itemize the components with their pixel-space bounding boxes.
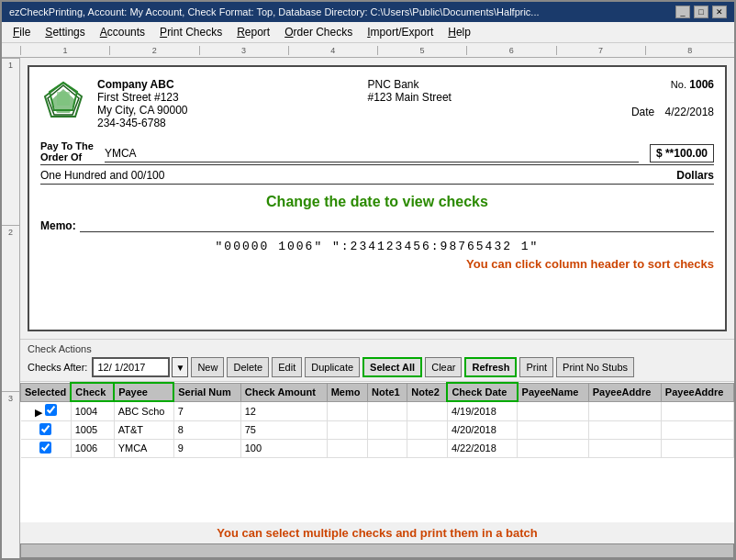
row3-checkbox[interactable] [39, 442, 51, 454]
table-row: 1006 YMCA 9 100 4/22/2018 [21, 439, 734, 457]
row2-payeename [518, 420, 589, 439]
date-value: 4/22/2018 [665, 106, 714, 118]
row2-payee: AT&T [114, 420, 173, 439]
col-note1[interactable]: Note1 [368, 383, 407, 401]
col-payee[interactable]: Payee [114, 383, 173, 401]
col-memo[interactable]: Memo [327, 383, 367, 401]
row1-serial: 7 [173, 401, 240, 420]
top-ruler: 1 2 3 4 5 6 7 8 [2, 43, 734, 58]
row2-amount: 75 [240, 420, 327, 439]
row2-checkbox-cell [21, 420, 72, 439]
row1-note2 [407, 401, 448, 420]
minimize-button[interactable]: _ [675, 6, 690, 18]
row2-date: 4/20/2018 [447, 420, 517, 439]
scrollbar-area [20, 543, 734, 558]
amount-sign: $ [656, 147, 663, 160]
col-payee-name[interactable]: PayeeName [518, 383, 589, 401]
company-info: Company ABC First Street #123 My City, C… [40, 78, 187, 129]
duplicate-button[interactable]: Duplicate [305, 357, 360, 377]
date-line: Date 4/22/2018 [631, 106, 714, 118]
row1-checkbox[interactable] [45, 404, 57, 416]
company-logo [40, 78, 86, 124]
col-check[interactable]: Check [71, 383, 114, 401]
pay-to-section: Pay To TheOrder Of YMCA $ **100.00 [40, 140, 714, 165]
col-note2[interactable]: Note2 [407, 383, 448, 401]
col-payee-addr1[interactable]: PayeeAddre [588, 383, 661, 401]
memo-section: Memo: [40, 218, 714, 232]
check-header: Company ABC First Street #123 My City, C… [40, 78, 714, 129]
row1-arrow: ▶ [21, 401, 72, 420]
col-payee-addr2[interactable]: PayeeAddre [661, 383, 733, 401]
menu-help[interactable]: Help [440, 24, 478, 40]
written-amount-text: One Hundred and 00/100 [40, 169, 164, 182]
row2-addr2 [661, 420, 733, 439]
menu-report[interactable]: Report [229, 24, 277, 40]
date-label: Date [631, 106, 654, 118]
left-ruler-mark-2: 2 [2, 225, 19, 392]
col-selected[interactable]: Selected [21, 383, 72, 401]
row1-note1 [368, 401, 407, 420]
menu-bar: File Settings Accounts Print Checks Repo… [2, 22, 734, 43]
left-ruler-mark-3: 3 [2, 391, 19, 558]
checks-after-label: Checks After: [28, 362, 87, 373]
checks-table-area: Selected Check Payee Serial Num Check Am… [20, 382, 734, 522]
print-no-stubs-button[interactable]: Print No Stubs [556, 357, 634, 377]
clear-button[interactable]: Clear [425, 357, 462, 377]
amount-value: **100.00 [665, 147, 708, 160]
ruler-mark-7: 7 [556, 46, 645, 55]
bank-info: PNC Bank #123 Main Street [368, 78, 452, 129]
row3-serial: 9 [173, 439, 240, 457]
row1-payeename [518, 401, 589, 420]
ruler-marks: 1 2 3 4 5 6 7 8 [20, 46, 734, 55]
ruler-mark-8: 8 [645, 46, 734, 55]
date-dropdown-arrow[interactable]: ▼ [172, 357, 188, 377]
edit-button[interactable]: Edit [272, 357, 302, 377]
check-number: 1006 [689, 78, 714, 91]
refresh-button[interactable]: Refresh [464, 357, 517, 377]
main-content: 1 2 3 [2, 58, 734, 558]
left-ruler-mark-1: 1 [2, 58, 19, 225]
main-window: ezCheckPrinting, Account: My Account, Ch… [0, 0, 736, 560]
company-address2: My City, CA 90000 [97, 104, 187, 117]
micr-line: "00000 1006" ":234123456:98765432 1" [40, 240, 714, 253]
row3-note2 [407, 439, 448, 457]
table-header-row: Selected Check Payee Serial Num Check Am… [21, 383, 734, 401]
menu-accounts[interactable]: Accounts [93, 24, 152, 40]
row3-addr1 [588, 439, 661, 457]
menu-settings[interactable]: Settings [38, 24, 92, 40]
row3-date: 4/22/2018 [447, 439, 517, 457]
maximize-button[interactable]: □ [694, 6, 708, 18]
col-date[interactable]: Check Date [447, 383, 517, 401]
row3-addr2 [661, 439, 733, 457]
no-label: No. [671, 79, 686, 90]
amount-box: $ **100.00 [650, 144, 714, 162]
checks-table: Selected Check Payee Serial Num Check Am… [20, 382, 734, 458]
menu-order-checks[interactable]: Order Checks [277, 24, 360, 40]
check-number-area: No. 1006 Date 4/22/2018 [631, 78, 714, 129]
date-input[interactable] [92, 357, 170, 377]
memo-line [80, 218, 714, 232]
col-serial[interactable]: Serial Num [173, 383, 240, 401]
row1-addr2 [661, 401, 733, 420]
col-amount[interactable]: Check Amount [240, 383, 327, 401]
check-actions-label: Check Actions [28, 343, 727, 354]
check-preview: Company ABC First Street #123 My City, C… [28, 65, 727, 331]
delete-button[interactable]: Delete [227, 357, 269, 377]
horizontal-scrollbar[interactable] [20, 543, 734, 558]
select-all-button[interactable]: Select All [362, 357, 422, 377]
ruler-mark-5: 5 [377, 46, 466, 55]
new-button[interactable]: New [191, 357, 224, 377]
dollars-label: Dollars [676, 169, 714, 182]
row2-checkbox[interactable] [39, 423, 51, 435]
content-area: Company ABC First Street #123 My City, C… [20, 58, 734, 558]
table-row: 1005 AT&T 8 75 4/20/2018 [21, 420, 734, 439]
ruler-mark-1: 1 [20, 46, 109, 55]
menu-print-checks[interactable]: Print Checks [152, 24, 229, 40]
table-body: ▶ 1004 ABC Scho 7 12 4/19/2018 [21, 401, 734, 457]
close-button[interactable]: ✕ [712, 6, 727, 18]
row1-memo [327, 401, 367, 420]
menu-import-export[interactable]: Import/Export [360, 24, 440, 40]
menu-file[interactable]: File [6, 24, 38, 40]
print-button[interactable]: Print [519, 357, 553, 377]
left-ruler: 1 2 3 [2, 58, 20, 558]
